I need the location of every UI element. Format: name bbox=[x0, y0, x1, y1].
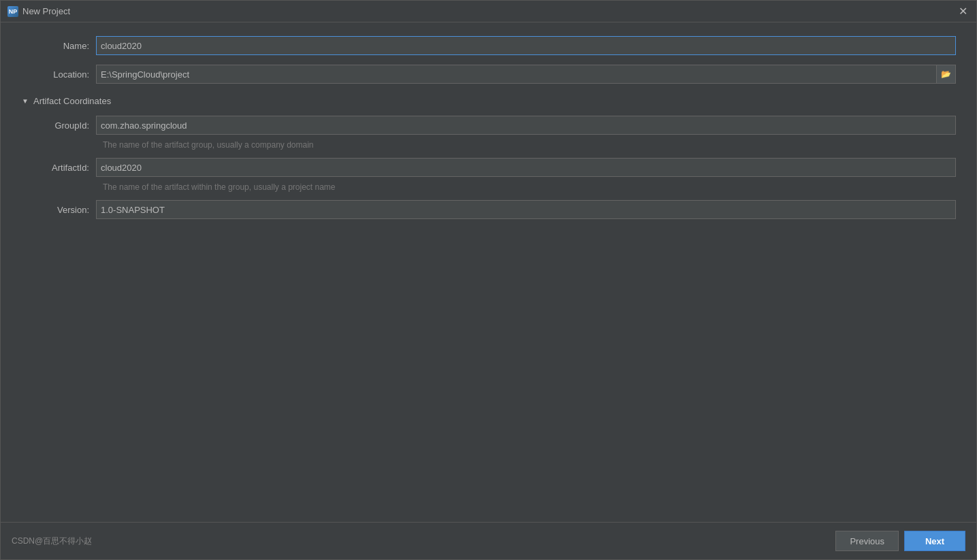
artifactid-hint: The name of the artifact within the grou… bbox=[35, 182, 956, 192]
close-button[interactable]: ✕ bbox=[956, 5, 970, 18]
version-input[interactable] bbox=[96, 200, 956, 219]
artifact-section-header: ▼ Artifact Coordinates bbox=[21, 96, 956, 106]
section-toggle-icon[interactable]: ▼ bbox=[21, 97, 29, 105]
folder-icon: 📂 bbox=[941, 69, 951, 79]
app-icon: NP bbox=[7, 6, 18, 17]
artifactid-input[interactable] bbox=[96, 158, 956, 177]
location-input[interactable] bbox=[97, 65, 936, 83]
location-label: Location: bbox=[21, 69, 89, 80]
dialog-footer: CSDN@百思不得小赵 Previous Next bbox=[1, 522, 976, 559]
next-button[interactable]: Next bbox=[904, 531, 965, 551]
location-input-wrapper: 📂 bbox=[96, 65, 956, 84]
browse-button[interactable]: 📂 bbox=[936, 65, 955, 83]
artifactid-row: ArtifactId: bbox=[35, 158, 956, 177]
title-bar-left: NP New Project bbox=[7, 6, 70, 17]
dialog-title: New Project bbox=[22, 6, 70, 16]
groupid-hint: The name of the artifact group, usually … bbox=[35, 140, 956, 150]
name-label: Name: bbox=[21, 41, 89, 51]
artifactid-label: ArtifactId: bbox=[35, 163, 89, 173]
artifact-section-content: GroupId: The name of the artifact group,… bbox=[21, 116, 956, 220]
new-project-dialog: NP New Project ✕ Name: Location: 📂 ▼ Art… bbox=[0, 0, 977, 560]
groupid-row: GroupId: bbox=[35, 116, 956, 135]
groupid-input[interactable] bbox=[96, 116, 956, 135]
dialog-content: Name: Location: 📂 ▼ Artifact Coordinates… bbox=[1, 22, 976, 522]
name-input[interactable] bbox=[96, 36, 956, 55]
location-row: Location: 📂 bbox=[21, 65, 956, 84]
version-row: Version: bbox=[35, 200, 956, 219]
section-title: Artifact Coordinates bbox=[33, 96, 111, 106]
watermark: CSDN@百思不得小赵 bbox=[12, 536, 92, 547]
version-label: Version: bbox=[35, 205, 89, 215]
title-bar: NP New Project ✕ bbox=[1, 1, 976, 22]
groupid-label: GroupId: bbox=[35, 120, 89, 131]
previous-button[interactable]: Previous bbox=[835, 531, 899, 551]
name-row: Name: bbox=[21, 36, 956, 55]
